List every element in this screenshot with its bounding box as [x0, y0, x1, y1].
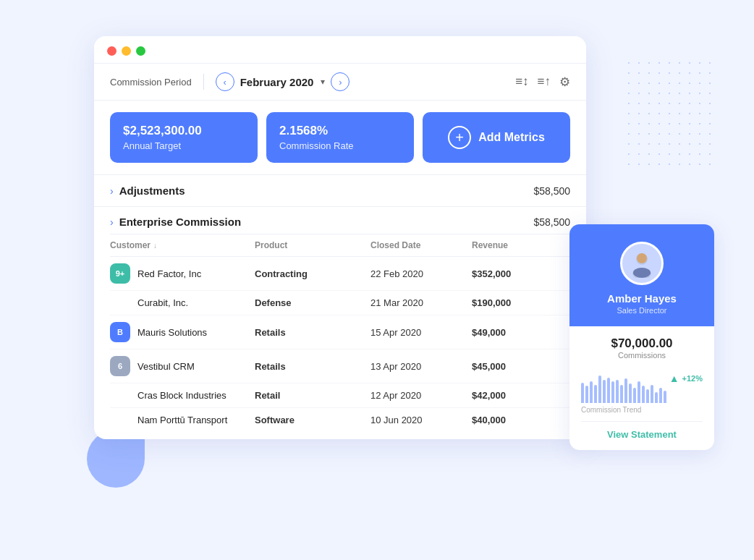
- customer-icon: B: [110, 322, 130, 342]
- trend-indicator: ▲ +12%: [669, 373, 703, 384]
- sort-icon[interactable]: ≡↑: [538, 75, 551, 89]
- customer-name: Mauris Solutions: [137, 327, 207, 338]
- date-cell: 10 Jun 2020: [370, 415, 472, 425]
- customer-cell: 6 Vestibul CRM: [110, 356, 255, 376]
- chart-bar: [637, 381, 640, 403]
- table-row: 9+ Red Factor, Inc Contracting 22 Feb 20…: [110, 257, 570, 291]
- customer-icon: 9+: [110, 263, 130, 284]
- next-period-button[interactable]: ›: [331, 72, 350, 91]
- commission-period-label: Commission Period: [110, 77, 192, 88]
- period-nav: ‹ February 2020 ▾ ›: [216, 72, 350, 91]
- profile-card: Amber Hayes Sales Director $70,000.00 Co…: [569, 224, 714, 450]
- main-window: Commission Period ‹ February 2020 ▾ › ≡↕…: [94, 36, 586, 439]
- product-cell: Retail: [255, 390, 370, 401]
- revenue-cell: $352,000: [472, 268, 559, 279]
- enterprise-chevron[interactable]: ›: [110, 216, 114, 228]
- enterprise-commission-title: Enterprise Commission: [119, 216, 241, 228]
- table-row: Nam Porttū Transport Software 10 Jun 202…: [110, 408, 570, 432]
- adjustments-section: › Adjustments $58,500: [94, 174, 586, 207]
- col-header-customer: Customer ↓: [110, 240, 255, 250]
- date-cell: 21 Mar 2020: [370, 297, 472, 308]
- annual-target-value: $2,523,300.00: [123, 124, 245, 138]
- svg-point-3: [633, 268, 651, 278]
- title-bar: [94, 36, 586, 64]
- customer-cell: 9+ Red Factor, Inc: [110, 263, 255, 284]
- chart-bar: [616, 380, 619, 403]
- period-dropdown-arrow[interactable]: ▾: [321, 77, 325, 87]
- revenue-cell: $190,000: [472, 297, 559, 308]
- product-cell: Retails: [255, 361, 370, 372]
- period-text: February 2020: [240, 76, 314, 88]
- chart-bar: [598, 376, 601, 403]
- customer-name: Cras Block Industries: [137, 390, 226, 401]
- enterprise-commission-section: › Enterprise Commission $58,500 Customer…: [94, 207, 586, 439]
- table-row: B Mauris Solutions Retails 15 Apr 2020 $…: [110, 315, 570, 349]
- table-row: 6 Vestibul CRM Retails 13 Apr 2020 $45,0…: [110, 349, 570, 383]
- prev-period-button[interactable]: ‹: [216, 72, 234, 91]
- revenue-cell: $49,000: [472, 327, 559, 338]
- profile-body: $70,000.00 Commissions ▲ +12% Commission…: [569, 326, 714, 450]
- add-metrics-card[interactable]: + Add Metrics: [423, 112, 570, 163]
- revenue-cell: $42,000: [472, 390, 559, 401]
- customer-name: Red Factor, Inc: [137, 268, 201, 279]
- product-cell: Defense: [255, 297, 370, 308]
- chart-bar: [659, 388, 662, 403]
- table-row: Curabit, Inc. Defense 21 Mar 2020 $190,0…: [110, 291, 570, 315]
- chart-bar: [651, 385, 653, 403]
- chart-bar: [594, 385, 597, 403]
- adjustments-title: Adjustments: [119, 184, 185, 197]
- header-divider: [203, 74, 204, 90]
- col-header-revenue: Revenue: [472, 240, 559, 250]
- add-metrics-icon: +: [448, 126, 471, 149]
- table-row: Cras Block Industries Retail 12 Apr 2020…: [110, 383, 570, 408]
- col-header-product: Product: [255, 240, 370, 250]
- trend-percent: +12%: [682, 374, 703, 383]
- dot-grid-decoration: [624, 58, 711, 174]
- customer-cell: Curabit, Inc.: [110, 297, 255, 308]
- date-cell: 15 Apr 2020: [370, 327, 472, 338]
- settings-icon[interactable]: ⚙: [559, 75, 570, 90]
- profile-name: Amber Hayes: [607, 292, 677, 305]
- profile-header: Amber Hayes Sales Director: [569, 224, 714, 326]
- adjustments-chevron[interactable]: ›: [110, 185, 114, 197]
- enterprise-commission-header: › Enterprise Commission $58,500: [110, 207, 570, 234]
- commission-rate-card: 2.1568% Commission Rate: [266, 112, 414, 163]
- commission-trend-chart: ▲ +12%: [581, 367, 703, 403]
- window-close-dot[interactable]: [107, 46, 117, 56]
- annual-target-label: Annual Target: [123, 140, 245, 151]
- customer-name: Vestibul CRM: [137, 361, 195, 372]
- chart-label: Commission Trend: [581, 406, 703, 414]
- filter-icon[interactable]: ≡↕: [515, 75, 528, 89]
- window-minimize-dot[interactable]: [122, 46, 131, 56]
- trend-arrow-icon: ▲: [669, 373, 679, 384]
- chart-bar: [646, 389, 649, 403]
- chart-bar: [585, 386, 588, 403]
- view-statement-link[interactable]: View Statement: [581, 421, 703, 440]
- chart-bar: [607, 378, 610, 403]
- commission-rate-label: Commission Rate: [279, 140, 401, 151]
- date-cell: 22 Feb 2020: [370, 268, 472, 279]
- chart-bar: [642, 386, 645, 403]
- adjustments-amount: $58,500: [533, 185, 570, 197]
- chart-bar: [624, 378, 627, 403]
- chart-bar: [629, 383, 632, 403]
- header-actions: ≡↕ ≡↑ ⚙: [515, 75, 570, 90]
- metrics-row: $2,523,300.00 Annual Target 2.1568% Comm…: [94, 101, 586, 174]
- customer-sort-icon[interactable]: ↓: [153, 242, 157, 250]
- date-cell: 12 Apr 2020: [370, 390, 472, 401]
- chart-bar: [655, 392, 658, 403]
- revenue-cell: $45,000: [472, 361, 559, 372]
- header-bar: Commission Period ‹ February 2020 ▾ › ≡↕…: [94, 64, 586, 101]
- customer-icon: 6: [110, 356, 130, 376]
- chart-bar: [603, 380, 606, 403]
- chart-bar: [664, 391, 666, 403]
- chart-bar: [633, 388, 636, 403]
- window-maximize-dot[interactable]: [136, 46, 145, 56]
- avatar: [620, 242, 664, 285]
- customer-cell: Cras Block Industries: [110, 390, 255, 401]
- product-cell: Retails: [255, 327, 370, 338]
- revenue-cell: $40,000: [472, 415, 559, 425]
- chart-bar: [620, 385, 623, 403]
- customer-name: Nam Porttū Transport: [137, 415, 227, 425]
- annual-target-card: $2,523,300.00 Annual Target: [110, 112, 258, 163]
